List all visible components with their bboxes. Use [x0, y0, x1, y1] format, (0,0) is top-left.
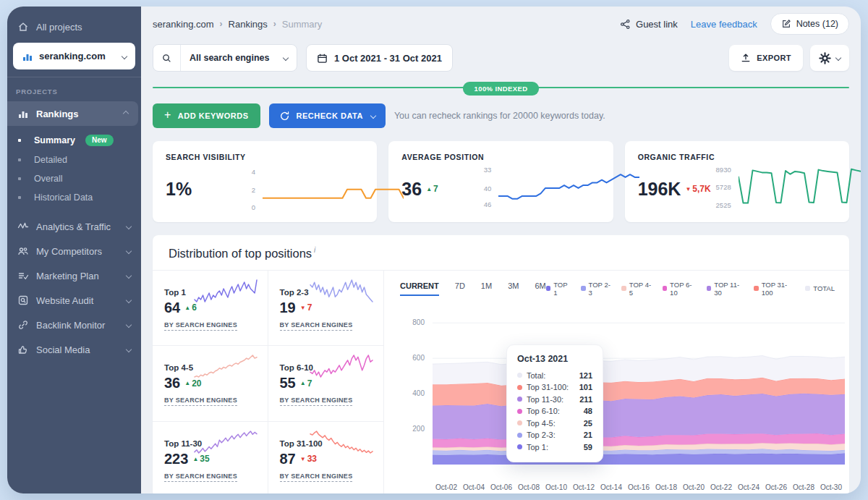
edit-icon [781, 19, 791, 29]
info-icon[interactable]: i [314, 246, 315, 254]
plus-icon: + [164, 109, 171, 122]
guest-link-label: Guest link [636, 19, 678, 30]
y-tick-label: 46 [484, 200, 492, 208]
top11-30-cell: Top 11-30 223 ▲35 BY SEARCH ENGINES [153, 422, 268, 494]
by-search-engines-link[interactable]: BY SEARCH ENGINES [280, 473, 353, 482]
date-range-picker[interactable]: 1 Oct 2021 - 31 Oct 2021 [306, 44, 453, 72]
y-tick-label: 600 [400, 354, 425, 362]
delta-badge: ▲7 [300, 378, 312, 389]
sidebar-item-analytics-traffic[interactable]: Analytics & Traffic [7, 214, 141, 239]
marketing-plan-label: Marketing Plan [36, 271, 119, 281]
tab-1m[interactable]: 1M [481, 281, 492, 296]
breadcrumb-rankings[interactable]: Rankings [229, 19, 268, 30]
legend-swatch [805, 286, 810, 291]
breadcrumb-project[interactable]: seranking.com [153, 19, 214, 30]
x-tick-label: Oct-22 [706, 483, 736, 491]
legend-top1[interactable]: TOP 1 [546, 281, 571, 297]
tooltip-label: Top 4-5: [527, 419, 579, 428]
legend-top2-3[interactable]: TOP 2-3 [581, 281, 612, 297]
delta-arrow-icon: ▼ [300, 456, 306, 462]
legend-top6-10[interactable]: TOP 6-10 [663, 281, 697, 297]
settings-button[interactable] [810, 45, 849, 71]
series-dot [517, 444, 522, 449]
chevron-down-icon [283, 55, 289, 61]
positions-chart[interactable]: 200400600800 Oct-02Oct-04Oct-06Oct-08Oct… [400, 304, 835, 492]
project-chart-icon [22, 51, 33, 62]
x-tick-label: Oct-28 [788, 483, 819, 491]
date-range-value: 1 Oct 2021 - 31 Oct 2021 [334, 53, 442, 64]
tooltip-label: Top 1: [527, 443, 579, 452]
tooltip-value: 101 [579, 383, 592, 391]
chevron-down-icon [126, 297, 132, 303]
export-button[interactable]: EXPORT [729, 45, 803, 71]
y-tick-label: 2525 [716, 201, 731, 209]
x-tick-label: Oct-08 [514, 483, 544, 491]
positions-chart-panel: CURRENT 7D 1M 3M 6M TOP 1 TOP 2-3 TOP 4-… [384, 271, 849, 494]
by-search-engines-link[interactable]: BY SEARCH ENGINES [164, 397, 237, 406]
sidebar-item-summary[interactable]: Summary New [7, 130, 141, 151]
tab-3m[interactable]: 3M [508, 281, 519, 296]
social-media-label: Social Media [36, 344, 119, 355]
sidebar-item-social-media[interactable]: Social Media [7, 337, 141, 362]
notes-label: Notes (12) [796, 19, 838, 29]
top1-cell: Top 1 64 ▲6 BY SEARCH ENGINES [153, 271, 268, 347]
add-keywords-button[interactable]: + ADD KEYWORDS [153, 103, 260, 128]
by-search-engines-link[interactable]: BY SEARCH ENGINES [280, 397, 353, 406]
legend-top11-30[interactable]: TOP 11-30 [707, 281, 744, 297]
period-tabs: CURRENT 7D 1M 3M 6M [400, 281, 546, 296]
delta-badge: ▼7 [300, 302, 312, 313]
y-tick-label: 4 [252, 168, 255, 176]
all-projects-link[interactable]: All projects [7, 15, 141, 38]
guest-link-button[interactable]: Guest link [620, 19, 678, 30]
filter-bar: All search engines 1 Oct 2021 - 31 Oct 2… [153, 44, 849, 72]
legend-top4-5[interactable]: TOP 4-5 [621, 281, 652, 297]
recheck-data-button[interactable]: RECHECK DATA [269, 103, 386, 128]
sidebar-item-rankings[interactable]: Rankings [7, 101, 138, 126]
sidebar-item-overall[interactable]: Overall [7, 169, 141, 188]
tab-current[interactable]: CURRENT [400, 281, 439, 296]
search-engines-select[interactable]: All search engines [153, 44, 297, 72]
tab-7d[interactable]: 7D [455, 281, 465, 296]
card-title: ORGANIC TRAFFIC [638, 153, 836, 161]
average-position-card: AVERAGE POSITION 36 ▲7 334046 [388, 141, 613, 222]
new-badge: New [85, 135, 114, 146]
legend-total[interactable]: TOTAL [805, 284, 835, 292]
x-tick-label: Oct-26 [761, 483, 791, 491]
by-search-engines-link[interactable]: BY SEARCH ENGINES [280, 321, 353, 331]
position-mini-grid: Top 1 64 ▲6 BY SEARCH ENGINES Top 2-3 19… [153, 271, 384, 494]
export-label: EXPORT [757, 54, 791, 62]
top2-3-cell: Top 2-3 19 ▼7 BY SEARCH ENGINES [268, 271, 384, 347]
sidebar-item-my-competitors[interactable]: My Competitors [7, 239, 141, 263]
x-tick-label: Oct-24 [733, 483, 764, 491]
recheck-hint: You can recheck rankings for 20000 keywo… [394, 111, 605, 121]
delta-value: 7 [433, 184, 438, 194]
tab-6m[interactable]: 6M [535, 281, 545, 296]
cell-value: 19 [280, 300, 296, 316]
tooltip-value: 211 [579, 395, 592, 404]
legend-top31-100[interactable]: TOP 31-100 [754, 281, 796, 297]
top-actions: Guest link Leave feedback Notes (12) [620, 13, 849, 35]
sidebar-item-backlink-monitor[interactable]: Backlink Monitor [7, 313, 141, 337]
x-tick-label: Oct-04 [459, 483, 489, 491]
tooltip-label: Total: [527, 371, 575, 380]
by-search-engines-link[interactable]: BY SEARCH ENGINES [164, 473, 237, 482]
bullet-icon [18, 177, 21, 180]
average-position-chart: 334046 [471, 161, 600, 216]
value-text: 36 [401, 179, 422, 200]
x-tick-label: Oct-06 [486, 483, 516, 491]
share-icon [620, 19, 631, 30]
project-selector[interactable]: seranking.com [13, 43, 135, 69]
chevron-down-icon [370, 113, 376, 119]
sidebar-item-historical-data[interactable]: Historical Data [7, 188, 141, 207]
distribution-title: Distribution of top positionsi [153, 235, 849, 271]
by-search-engines-link[interactable]: BY SEARCH ENGINES [164, 321, 237, 331]
notes-button[interactable]: Notes (12) [770, 13, 849, 35]
y-axis-ticks: 334046 [471, 161, 494, 216]
upload-icon [741, 53, 751, 63]
sidebar-item-marketing-plan[interactable]: Marketing Plan [7, 263, 141, 288]
marketing-plan-icon [17, 270, 29, 281]
sidebar-item-detailed[interactable]: Detailed [7, 151, 141, 169]
leave-feedback-link[interactable]: Leave feedback [691, 19, 757, 30]
sidebar-item-website-audit[interactable]: Website Audit [7, 288, 141, 313]
x-tick-label: Oct-10 [541, 483, 571, 491]
